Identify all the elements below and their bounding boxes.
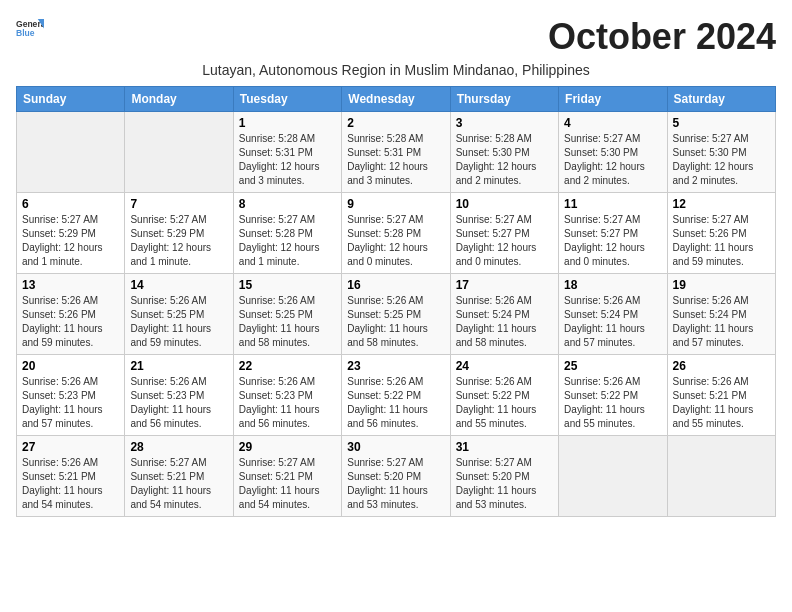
day-number: 26 (673, 359, 770, 373)
day-info: Sunrise: 5:27 AMSunset: 5:27 PMDaylight:… (564, 213, 661, 269)
day-info: Sunrise: 5:28 AMSunset: 5:31 PMDaylight:… (239, 132, 336, 188)
day-number: 12 (673, 197, 770, 211)
calendar-cell: 9Sunrise: 5:27 AMSunset: 5:28 PMDaylight… (342, 193, 450, 274)
day-info: Sunrise: 5:26 AMSunset: 5:24 PMDaylight:… (456, 294, 553, 350)
calendar-cell (17, 112, 125, 193)
calendar-body: 1Sunrise: 5:28 AMSunset: 5:31 PMDaylight… (17, 112, 776, 517)
day-info: Sunrise: 5:27 AMSunset: 5:21 PMDaylight:… (130, 456, 227, 512)
calendar-cell: 19Sunrise: 5:26 AMSunset: 5:24 PMDayligh… (667, 274, 775, 355)
calendar-cell: 5Sunrise: 5:27 AMSunset: 5:30 PMDaylight… (667, 112, 775, 193)
calendar-cell: 10Sunrise: 5:27 AMSunset: 5:27 PMDayligh… (450, 193, 558, 274)
calendar-table: SundayMondayTuesdayWednesdayThursdayFrid… (16, 86, 776, 517)
day-number: 29 (239, 440, 336, 454)
day-number: 22 (239, 359, 336, 373)
day-number: 16 (347, 278, 444, 292)
calendar-week-5: 27Sunrise: 5:26 AMSunset: 5:21 PMDayligh… (17, 436, 776, 517)
day-number: 11 (564, 197, 661, 211)
day-info: Sunrise: 5:26 AMSunset: 5:23 PMDaylight:… (22, 375, 119, 431)
day-number: 21 (130, 359, 227, 373)
column-header-tuesday: Tuesday (233, 87, 341, 112)
calendar-cell: 20Sunrise: 5:26 AMSunset: 5:23 PMDayligh… (17, 355, 125, 436)
calendar-cell: 7Sunrise: 5:27 AMSunset: 5:29 PMDaylight… (125, 193, 233, 274)
day-number: 25 (564, 359, 661, 373)
day-info: Sunrise: 5:27 AMSunset: 5:27 PMDaylight:… (456, 213, 553, 269)
calendar-cell: 4Sunrise: 5:27 AMSunset: 5:30 PMDaylight… (559, 112, 667, 193)
calendar-cell: 26Sunrise: 5:26 AMSunset: 5:21 PMDayligh… (667, 355, 775, 436)
column-header-friday: Friday (559, 87, 667, 112)
calendar-cell: 18Sunrise: 5:26 AMSunset: 5:24 PMDayligh… (559, 274, 667, 355)
day-number: 5 (673, 116, 770, 130)
day-number: 1 (239, 116, 336, 130)
day-info: Sunrise: 5:26 AMSunset: 5:24 PMDaylight:… (673, 294, 770, 350)
day-number: 20 (22, 359, 119, 373)
column-header-thursday: Thursday (450, 87, 558, 112)
calendar-cell: 29Sunrise: 5:27 AMSunset: 5:21 PMDayligh… (233, 436, 341, 517)
day-number: 24 (456, 359, 553, 373)
day-info: Sunrise: 5:26 AMSunset: 5:21 PMDaylight:… (673, 375, 770, 431)
day-number: 15 (239, 278, 336, 292)
day-number: 4 (564, 116, 661, 130)
day-info: Sunrise: 5:27 AMSunset: 5:26 PMDaylight:… (673, 213, 770, 269)
day-info: Sunrise: 5:26 AMSunset: 5:22 PMDaylight:… (564, 375, 661, 431)
calendar-cell: 23Sunrise: 5:26 AMSunset: 5:22 PMDayligh… (342, 355, 450, 436)
day-number: 7 (130, 197, 227, 211)
svg-text:Blue: Blue (16, 28, 35, 38)
day-info: Sunrise: 5:27 AMSunset: 5:30 PMDaylight:… (673, 132, 770, 188)
column-header-sunday: Sunday (17, 87, 125, 112)
subtitle: Lutayan, Autonomous Region in Muslim Min… (16, 62, 776, 78)
calendar-cell: 6Sunrise: 5:27 AMSunset: 5:29 PMDaylight… (17, 193, 125, 274)
day-number: 28 (130, 440, 227, 454)
calendar-cell (559, 436, 667, 517)
calendar-cell (667, 436, 775, 517)
day-info: Sunrise: 5:28 AMSunset: 5:30 PMDaylight:… (456, 132, 553, 188)
calendar-cell: 8Sunrise: 5:27 AMSunset: 5:28 PMDaylight… (233, 193, 341, 274)
day-number: 14 (130, 278, 227, 292)
calendar-cell: 11Sunrise: 5:27 AMSunset: 5:27 PMDayligh… (559, 193, 667, 274)
calendar-cell: 12Sunrise: 5:27 AMSunset: 5:26 PMDayligh… (667, 193, 775, 274)
day-number: 2 (347, 116, 444, 130)
calendar-cell: 15Sunrise: 5:26 AMSunset: 5:25 PMDayligh… (233, 274, 341, 355)
day-number: 19 (673, 278, 770, 292)
day-info: Sunrise: 5:27 AMSunset: 5:21 PMDaylight:… (239, 456, 336, 512)
calendar-cell: 14Sunrise: 5:26 AMSunset: 5:25 PMDayligh… (125, 274, 233, 355)
day-number: 10 (456, 197, 553, 211)
day-info: Sunrise: 5:27 AMSunset: 5:20 PMDaylight:… (347, 456, 444, 512)
calendar-week-1: 1Sunrise: 5:28 AMSunset: 5:31 PMDaylight… (17, 112, 776, 193)
day-number: 13 (22, 278, 119, 292)
day-info: Sunrise: 5:27 AMSunset: 5:30 PMDaylight:… (564, 132, 661, 188)
calendar-cell: 13Sunrise: 5:26 AMSunset: 5:26 PMDayligh… (17, 274, 125, 355)
calendar-cell: 28Sunrise: 5:27 AMSunset: 5:21 PMDayligh… (125, 436, 233, 517)
logo-icon: General Blue (16, 16, 44, 44)
day-number: 8 (239, 197, 336, 211)
day-number: 17 (456, 278, 553, 292)
day-info: Sunrise: 5:27 AMSunset: 5:29 PMDaylight:… (130, 213, 227, 269)
calendar-cell: 1Sunrise: 5:28 AMSunset: 5:31 PMDaylight… (233, 112, 341, 193)
logo: General Blue (16, 16, 44, 44)
column-header-monday: Monday (125, 87, 233, 112)
calendar-cell: 30Sunrise: 5:27 AMSunset: 5:20 PMDayligh… (342, 436, 450, 517)
day-number: 18 (564, 278, 661, 292)
day-info: Sunrise: 5:27 AMSunset: 5:28 PMDaylight:… (239, 213, 336, 269)
day-info: Sunrise: 5:27 AMSunset: 5:28 PMDaylight:… (347, 213, 444, 269)
calendar-cell: 21Sunrise: 5:26 AMSunset: 5:23 PMDayligh… (125, 355, 233, 436)
calendar-week-3: 13Sunrise: 5:26 AMSunset: 5:26 PMDayligh… (17, 274, 776, 355)
calendar-cell (125, 112, 233, 193)
day-info: Sunrise: 5:26 AMSunset: 5:26 PMDaylight:… (22, 294, 119, 350)
calendar-cell: 24Sunrise: 5:26 AMSunset: 5:22 PMDayligh… (450, 355, 558, 436)
day-number: 9 (347, 197, 444, 211)
calendar-week-2: 6Sunrise: 5:27 AMSunset: 5:29 PMDaylight… (17, 193, 776, 274)
day-number: 27 (22, 440, 119, 454)
calendar-cell: 17Sunrise: 5:26 AMSunset: 5:24 PMDayligh… (450, 274, 558, 355)
day-info: Sunrise: 5:27 AMSunset: 5:29 PMDaylight:… (22, 213, 119, 269)
day-number: 3 (456, 116, 553, 130)
column-header-saturday: Saturday (667, 87, 775, 112)
calendar-cell: 27Sunrise: 5:26 AMSunset: 5:21 PMDayligh… (17, 436, 125, 517)
day-info: Sunrise: 5:26 AMSunset: 5:21 PMDaylight:… (22, 456, 119, 512)
day-info: Sunrise: 5:26 AMSunset: 5:24 PMDaylight:… (564, 294, 661, 350)
calendar-cell: 25Sunrise: 5:26 AMSunset: 5:22 PMDayligh… (559, 355, 667, 436)
day-info: Sunrise: 5:26 AMSunset: 5:23 PMDaylight:… (239, 375, 336, 431)
calendar-cell: 31Sunrise: 5:27 AMSunset: 5:20 PMDayligh… (450, 436, 558, 517)
day-number: 23 (347, 359, 444, 373)
calendar-cell: 2Sunrise: 5:28 AMSunset: 5:31 PMDaylight… (342, 112, 450, 193)
day-info: Sunrise: 5:28 AMSunset: 5:31 PMDaylight:… (347, 132, 444, 188)
